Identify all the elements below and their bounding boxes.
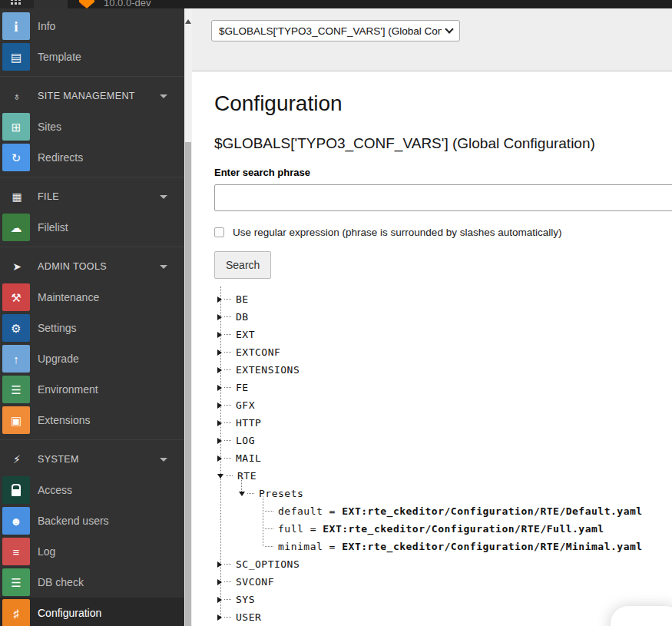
tree-node-default[interactable]: default = EXT:rte_ckeditor/Configuration… <box>214 502 672 520</box>
sidebar-item-log[interactable]: ≡Log <box>0 536 184 567</box>
caret-right-icon[interactable] <box>217 385 222 391</box>
tree-node-minimal[interactable]: minimal = EXT:rte_ckeditor/Configuration… <box>214 538 672 555</box>
caret-down-icon[interactable] <box>217 474 223 479</box>
caret-down-icon[interactable] <box>239 492 245 496</box>
search-button[interactable]: Search <box>214 251 271 279</box>
scrollbar-up-arrow-icon[interactable] <box>185 19 191 24</box>
sidebar-item-upgrade[interactable]: ↑Upgrade <box>0 343 184 374</box>
sidebar-item-filelist[interactable]: ☁Filelist <box>0 212 184 243</box>
sidebar-item-template[interactable]: ▤Template <box>0 41 184 72</box>
scrollbar[interactable] <box>184 8 192 626</box>
floating-action-button[interactable] <box>611 606 672 626</box>
sidebar-group-system[interactable]: ⚡SYSTEM <box>0 444 184 475</box>
tree-node-ext[interactable]: EXT <box>214 326 672 343</box>
scrollbar-thumb[interactable] <box>185 142 191 626</box>
tree-node-label: full = EXT:rte_ckeditor/Configuration/RT… <box>278 523 604 535</box>
tree-node-label: USER <box>236 611 261 623</box>
avatar-cell[interactable] <box>34 0 68 8</box>
caret-right-icon[interactable] <box>217 367 222 373</box>
caret-right-icon[interactable] <box>217 349 222 356</box>
sidebar-item-sites[interactable]: ⊞Sites <box>0 111 184 142</box>
tree-node-label: GFX <box>236 399 255 411</box>
collapse-caret-icon[interactable] <box>160 195 167 199</box>
tree-connector <box>224 564 231 565</box>
sites-icon: ⊞ <box>2 113 30 141</box>
caret-right-icon[interactable] <box>217 332 222 338</box>
sidebar-section-system: ⚡SYSTEMAccess☻Backend users≡Log☰DB check… <box>0 439 184 626</box>
tree-node-extensions[interactable]: EXTENSIONS <box>214 361 672 379</box>
tree-node-sys[interactable]: SYS <box>214 591 672 608</box>
tree-node-label: minimal = EXT:rte_ckeditor/Configuration… <box>278 541 643 552</box>
gears-icon: ⚙ <box>2 314 30 342</box>
caret-right-icon[interactable] <box>217 455 222 462</box>
cube-icon: ▣ <box>2 406 30 434</box>
sidebar-item-label: Sites <box>38 111 61 142</box>
tree-node-mail[interactable]: MAIL <box>214 449 672 467</box>
tree-connector <box>224 334 231 335</box>
user-icon: ☻ <box>2 507 30 535</box>
tree-node-sc-options[interactable]: SC_OPTIONS <box>214 555 672 573</box>
sidebar-item-redirects[interactable]: ↻Redirects <box>0 142 184 173</box>
tree-connector <box>265 511 273 512</box>
tree-node-extconf[interactable]: EXTCONF <box>214 343 672 361</box>
caret-right-icon[interactable] <box>217 438 222 444</box>
tree-node-db[interactable]: DB <box>214 308 672 326</box>
tree-connector <box>226 475 233 476</box>
plug-icon: ⚡ <box>9 444 25 475</box>
regex-checkbox[interactable] <box>214 227 224 237</box>
caret-right-icon[interactable] <box>217 402 222 409</box>
image-icon: ▦ <box>9 181 25 212</box>
caret-right-icon[interactable] <box>217 420 222 426</box>
tree-node-label: default = EXT:rte_ckeditor/Configuration… <box>278 505 643 517</box>
tree-node-rte[interactable]: RTE <box>214 467 672 485</box>
sidebar-group-label: ADMIN TOOLS <box>38 251 107 282</box>
tree-node-label: FE <box>236 382 249 393</box>
tree-node-full[interactable]: full = EXT:rte_ckeditor/Configuration/RT… <box>214 520 672 538</box>
tree-node-fe[interactable]: FE <box>214 379 672 396</box>
regex-checkbox-label: Use regular expression (phrase is surrou… <box>233 227 561 238</box>
tree-node-log[interactable]: LOG <box>214 432 672 449</box>
modules-toggle[interactable] <box>0 0 34 8</box>
caret-right-icon[interactable] <box>217 597 222 603</box>
sidebar-group-file[interactable]: ▦FILE <box>0 181 184 212</box>
collapse-caret-icon[interactable] <box>160 265 167 269</box>
sidebar-section-site-management: ♁SITE MANAGEMENT⊞Sites↻Redirects <box>0 76 184 173</box>
search-input[interactable] <box>214 184 672 211</box>
collapse-caret-icon[interactable] <box>160 94 167 98</box>
tree-node-value: EXT:rte_ckeditor/Configuration/RTE/Minim… <box>342 541 642 552</box>
info-icon: i <box>2 12 30 40</box>
sidebar-item-label: Backend users <box>38 505 109 536</box>
caret-right-icon[interactable] <box>217 579 222 585</box>
tree-node-be[interactable]: BE <box>214 290 672 308</box>
regex-option-row: Use regular expression (phrase is surrou… <box>214 227 672 238</box>
sidebar-item-access[interactable]: Access <box>0 475 184 505</box>
sidebar-item-extensions[interactable]: ▣Extensions <box>0 405 184 436</box>
collapse-caret-icon[interactable] <box>160 458 167 462</box>
tree-node-svconf[interactable]: SVCONF <box>214 573 672 591</box>
tree-connector <box>224 299 231 300</box>
tree-node-label: Presets <box>259 488 303 499</box>
tree-node-http[interactable]: HTTP <box>214 414 672 432</box>
sidebar-item-settings[interactable]: ⚙Settings <box>0 313 184 343</box>
tree-node-gfx[interactable]: GFX <box>214 396 672 414</box>
tree-node-user[interactable]: USER <box>214 608 672 626</box>
caret-right-icon[interactable] <box>217 614 222 621</box>
caret-right-icon[interactable] <box>217 314 222 320</box>
sidebar-item-maintenance[interactable]: ⚒Maintenance <box>0 282 184 313</box>
configuration-tree-select[interactable]: $GLOBALS['TYPO3_CONF_VARS'] (Global Conf… <box>211 20 460 41</box>
caret-right-icon[interactable] <box>217 296 222 303</box>
sidebar-item-db-check[interactable]: ☰DB check <box>0 567 184 598</box>
tree-node-label: RTE <box>237 470 257 482</box>
template-icon: ▤ <box>2 43 30 71</box>
sidebar-item-info[interactable]: iInfo <box>0 11 184 41</box>
tree-connector <box>224 440 231 441</box>
sidebar-item-configuration[interactable]: ♯Configuration <box>0 598 184 626</box>
sidebar-item-backend-users[interactable]: ☻Backend users <box>0 505 184 536</box>
sidebar-item-label: Configuration <box>38 598 101 626</box>
sidebar-item-environment[interactable]: ☰Environment <box>0 374 184 405</box>
tree-node-presets[interactable]: Presets <box>214 485 672 502</box>
sidebar-group-site-management[interactable]: ♁SITE MANAGEMENT <box>0 81 184 111</box>
sidebar-group-admin-tools[interactable]: ➤ADMIN TOOLS <box>0 251 184 282</box>
sidebar-item-label: Access <box>38 475 72 505</box>
caret-right-icon[interactable] <box>217 561 222 568</box>
